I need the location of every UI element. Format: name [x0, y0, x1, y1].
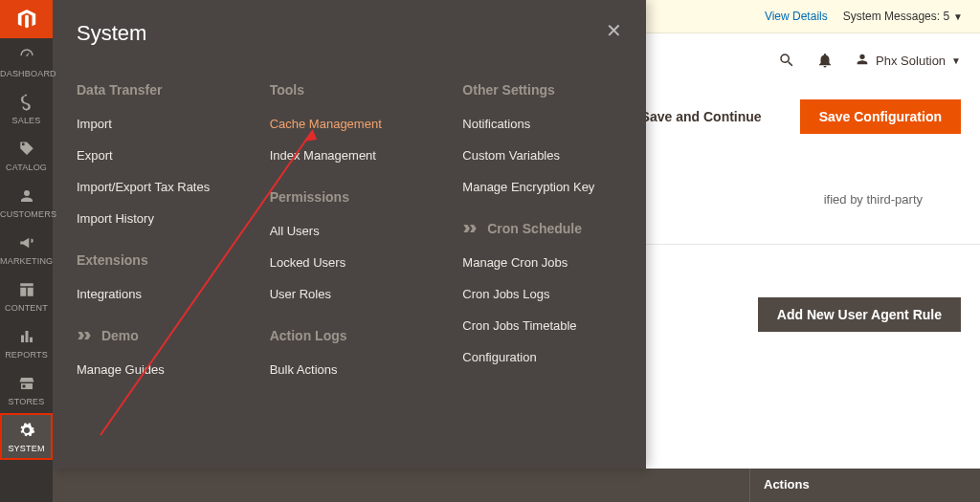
link-all-users[interactable]: All Users: [270, 224, 425, 238]
link-integrations[interactable]: Integrations: [77, 287, 232, 301]
flyout-col-3: Other Settings Notifications Custom Vari…: [462, 82, 617, 394]
gauge-icon: [0, 47, 53, 66]
group-action-logs: Action Logs: [270, 328, 425, 343]
grid-col-actions: Actions: [750, 469, 980, 502]
rail-catalog[interactable]: CATALOG: [0, 132, 53, 179]
flyout-title: System: [77, 21, 617, 46]
store-icon: [0, 375, 53, 394]
link-index-management[interactable]: Index Management: [270, 148, 425, 163]
person-icon: [0, 187, 53, 207]
mageflow-icon: [77, 329, 92, 340]
group-extensions: Extensions: [77, 252, 232, 268]
admin-rail: DASHBOARD SALES CATALOG CUSTOMERS MARKET…: [0, 0, 53, 502]
add-new-user-agent-rule-button[interactable]: Add New User Agent Rule: [758, 297, 961, 332]
link-locked-users[interactable]: Locked Users: [270, 255, 425, 270]
user-avatar-icon: [855, 52, 870, 70]
dollar-icon: [0, 94, 53, 113]
rail-dashboard[interactable]: DASHBOARD: [0, 38, 53, 85]
link-notifications[interactable]: Notifications: [462, 117, 617, 131]
save-configuration-button[interactable]: Save Configuration: [800, 99, 961, 134]
magento-logo[interactable]: [0, 0, 53, 38]
link-import[interactable]: Import: [77, 117, 232, 131]
tag-icon: [0, 141, 53, 160]
mageflow-icon: [462, 222, 478, 233]
account-name: Phx Solution: [876, 54, 946, 68]
rail-system[interactable]: SYSTEM: [0, 413, 53, 460]
group-permissions: Permissions: [270, 189, 425, 205]
rail-content[interactable]: CONTENT: [0, 273, 53, 319]
flyout-col-2: Tools Cache Management Index Management …: [270, 82, 425, 394]
link-cron-configuration[interactable]: Configuration: [462, 350, 617, 364]
link-manage-encryption-key[interactable]: Manage Encryption Key: [462, 180, 617, 194]
group-cron-schedule: Cron Schedule: [462, 221, 617, 236]
rail-marketing[interactable]: MARKETING: [0, 226, 53, 273]
system-flyout: System ✕ Data Transfer Import Export Imp…: [53, 0, 646, 469]
link-cron-jobs-logs[interactable]: Cron Jobs Logs: [462, 287, 617, 301]
grid-header: Actions: [53, 469, 980, 502]
rail-stores[interactable]: STORES: [0, 366, 53, 413]
flyout-col-1: Data Transfer Import Export Import/Expor…: [77, 82, 232, 394]
link-manage-guides[interactable]: Manage Guides: [77, 362, 232, 377]
notifications-icon[interactable]: [816, 52, 834, 69]
link-manage-cron-jobs[interactable]: Manage Cron Jobs: [462, 255, 617, 270]
chevron-down-icon: ▼: [951, 55, 961, 66]
group-other-settings: Other Settings: [462, 82, 617, 98]
rail-sales[interactable]: SALES: [0, 85, 53, 132]
link-bulk-actions[interactable]: Bulk Actions: [270, 362, 425, 377]
grid-col-a: [53, 469, 750, 502]
search-icon[interactable]: [778, 52, 795, 69]
group-demo: Demo: [77, 328, 232, 343]
rail-customers[interactable]: CUSTOMERS: [0, 179, 53, 226]
link-custom-variables[interactable]: Custom Variables: [462, 148, 617, 163]
account-menu[interactable]: Phx Solution ▼: [855, 52, 961, 70]
gear-icon: [0, 422, 53, 441]
link-cron-jobs-timetable[interactable]: Cron Jobs Timetable: [462, 318, 617, 333]
link-import-export-tax-rates[interactable]: Import/Export Tax Rates: [77, 180, 232, 194]
system-messages-count[interactable]: System Messages: 5▼: [843, 10, 963, 23]
link-cache-management[interactable]: Cache Management: [270, 117, 425, 131]
close-icon[interactable]: ✕: [602, 19, 625, 42]
link-user-roles[interactable]: User Roles: [270, 287, 425, 301]
group-tools: Tools: [270, 82, 425, 98]
link-export[interactable]: Export: [77, 148, 232, 163]
bar-chart-icon: [0, 328, 53, 347]
megaphone-icon: [0, 234, 53, 253]
rail-reports[interactable]: REPORTS: [0, 319, 53, 366]
layout-icon: [0, 281, 53, 300]
view-details-link[interactable]: View Details: [765, 10, 828, 23]
group-data-transfer: Data Transfer: [77, 82, 232, 98]
link-import-history[interactable]: Import History: [77, 211, 232, 226]
